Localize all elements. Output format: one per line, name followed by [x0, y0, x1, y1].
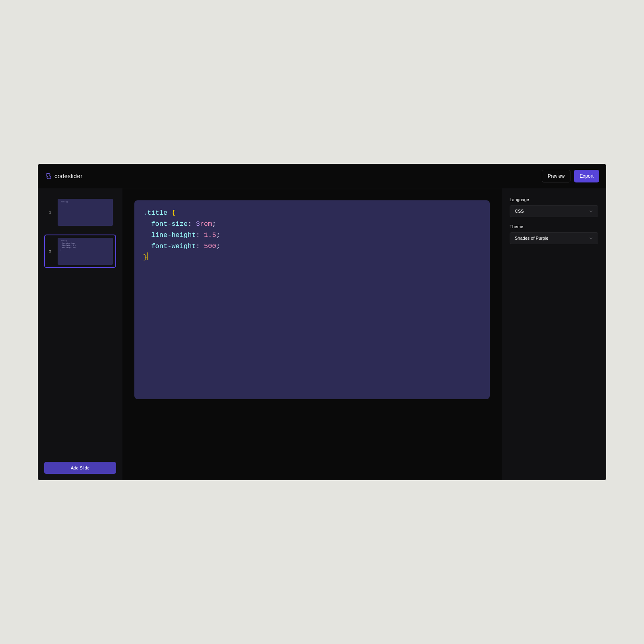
preview-button[interactable]: Preview [542, 170, 571, 182]
language-field: Language CSS [510, 197, 598, 217]
chevron-down-icon [589, 209, 593, 213]
add-slide-button[interactable]: Add Slide [44, 462, 116, 474]
header-bar: codeslider Preview Export [38, 164, 606, 188]
slide-number: 2 [47, 249, 53, 253]
theme-select[interactable]: Shades of Purple [510, 232, 598, 244]
properties-panel: Language CSS Theme Shades of Purple [502, 188, 606, 480]
editor-area: .title { font-size: 3rem; line-height: 1… [122, 188, 502, 480]
logo: codeslider [45, 173, 82, 180]
slide-thumbnail[interactable]: 1.title {} [44, 196, 116, 229]
chevron-down-icon [589, 236, 593, 241]
body: 1.title {}2.title { font-size: 3rem; lin… [38, 188, 606, 480]
header-actions: Preview Export [542, 170, 599, 182]
code-editor[interactable]: .title { font-size: 3rem; line-height: 1… [134, 200, 490, 399]
theme-label: Theme [510, 224, 598, 229]
slides-list: 1.title {}2.title { font-size: 3rem; lin… [38, 188, 122, 456]
language-label: Language [510, 197, 598, 202]
language-value: CSS [515, 209, 524, 213]
slide-preview: .title {} [58, 199, 113, 226]
text-cursor [147, 252, 148, 260]
sidebar-footer: Add Slide [38, 456, 122, 480]
theme-value: Shades of Purple [515, 236, 548, 241]
slides-sidebar: 1.title {}2.title { font-size: 3rem; lin… [38, 188, 122, 480]
logo-text: codeslider [54, 173, 82, 179]
slide-preview: .title { font-size: 3rem; line-height: 1… [58, 238, 113, 265]
slide-thumbnail[interactable]: 2.title { font-size: 3rem; line-height: … [44, 235, 116, 268]
logo-icon [45, 173, 52, 180]
slide-number: 1 [47, 210, 53, 214]
theme-field: Theme Shades of Purple [510, 224, 598, 244]
language-select[interactable]: CSS [510, 205, 598, 217]
export-button[interactable]: Export [574, 170, 599, 182]
app-window: codeslider Preview Export 1.title {}2.ti… [38, 164, 606, 480]
